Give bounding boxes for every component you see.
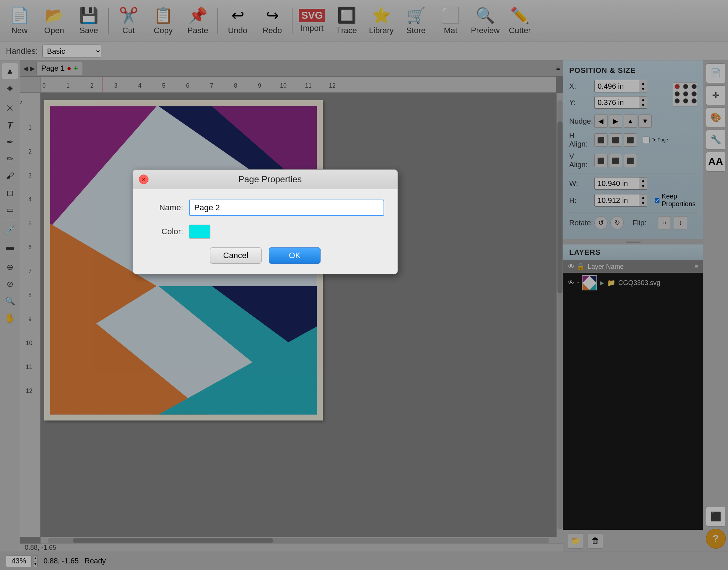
anchor-tr[interactable] [692,84,697,89]
rectangle-tool[interactable]: ▭ [2,202,18,218]
nudge-down[interactable]: ▼ [638,115,652,128]
anchor-br[interactable] [692,98,697,103]
redo-button[interactable]: ↪ Redo [256,3,289,39]
page-1-tab[interactable]: Page 1 ● + [36,62,83,75]
page-tab-close[interactable]: ● [67,64,71,73]
keep-proportions-checkbox[interactable] [655,198,659,203]
nudge-up[interactable]: ▲ [624,115,637,128]
tab-scroll-right[interactable]: ▶ [30,64,35,73]
anchor-ml[interactable] [675,91,680,96]
knife-tool[interactable]: ⚔ [2,101,18,116]
text-tool[interactable]: T [2,117,18,133]
help-far-btn[interactable]: ? [706,529,726,549]
pencil-tool[interactable]: ✏ [2,151,18,167]
eyedropper-tool[interactable]: 💉 [2,222,18,238]
y-down[interactable]: ▼ [639,102,647,108]
modal-close-button[interactable]: ✕ [139,175,148,184]
anchor-mm[interactable] [683,91,688,96]
w-up[interactable]: ▲ [639,177,647,183]
w-input[interactable] [595,178,639,189]
layer-row[interactable]: 👁 • ▶ 📁 CGQ3303.svg [563,273,703,293]
x-up[interactable]: ▲ [639,80,647,86]
modal-ok-button[interactable]: OK [269,247,321,264]
rotate-ccw[interactable]: ↺ [594,216,608,229]
h-align-right[interactable]: ⬛ [624,133,637,147]
fill-tool[interactable]: ▬ [2,239,18,255]
contour-tool[interactable]: ⊘ [2,277,18,292]
w-down[interactable]: ▼ [639,183,647,189]
zoom-up[interactable]: ▲ [33,555,38,561]
pan-tool[interactable]: ✋ [2,310,18,326]
weld-tool[interactable]: ⊕ [2,260,18,275]
library-button[interactable]: ⭐ Library [365,3,398,39]
anchor-mr[interactable] [692,91,697,96]
vertical-scrollbar[interactable] [556,93,563,537]
layers-menu-icon[interactable]: ≡ [694,263,699,271]
settings-far-btn[interactable]: 🔧 [706,130,726,149]
zoom-down[interactable]: ▼ [33,561,38,567]
select-tool[interactable]: ▲ [2,63,18,79]
copy-button[interactable]: 📋 Copy [147,3,180,39]
layer-visible-icon[interactable]: 👁 [568,279,574,287]
anchor-bm[interactable] [683,98,688,103]
h-up[interactable]: ▲ [639,194,647,200]
draw-tool[interactable]: ✒ [2,134,18,150]
to-page-checkbox[interactable] [643,137,650,143]
store-button[interactable]: 🛒 Store [399,3,433,39]
canvas-viewport[interactable] [41,93,556,537]
anchor-tm[interactable] [683,84,688,89]
canvas-scroll[interactable]: 0 1 2 3 4 5 6 7 8 9 10 11 12 [20,77,563,543]
h-align-center[interactable]: ⬛ [609,133,622,147]
rotate-cw[interactable]: ↻ [610,216,624,229]
modal-name-input[interactable] [189,200,384,216]
panel-divider[interactable] [563,239,703,244]
v-align-middle[interactable]: ⬛ [609,154,622,167]
eraser-tool[interactable]: ◻ [2,185,18,201]
layers-far-btn[interactable]: ⬛ [706,507,726,527]
new-page-far-btn[interactable]: 📄 [706,63,726,83]
modal-cancel-button[interactable]: Cancel [210,247,262,264]
cutter-button[interactable]: ✏️ Cutter [503,3,536,39]
preview-button[interactable]: 🔍 Preview [469,3,502,39]
x-input[interactable] [595,81,639,92]
anchor-grid[interactable] [673,82,697,106]
nudge-right[interactable]: ▶ [609,115,622,128]
y-input[interactable] [595,97,639,108]
zoom-input[interactable] [6,555,32,567]
anchor-bl[interactable] [675,98,680,103]
anchor-tl[interactable] [675,84,680,89]
h-input[interactable] [595,195,639,206]
add-layer-button[interactable]: 📁 [568,533,583,549]
h-down[interactable]: ▼ [639,200,647,206]
v-align-top[interactable]: ⬛ [594,154,608,167]
mat-button[interactable]: ⬜ Mat [434,3,467,39]
node-tool[interactable]: ◈ [2,80,18,96]
font-far-btn[interactable]: AA [706,152,726,172]
import-button[interactable]: SVG Import [295,3,329,39]
v-align-bottom[interactable]: ⬛ [624,154,637,167]
brush-tool[interactable]: 🖌 [2,168,18,184]
palette-far-btn[interactable]: 🎨 [706,108,726,127]
save-button[interactable]: 💾 Save [72,3,105,39]
new-button[interactable]: 📄 New [3,3,36,39]
modal-color-swatch[interactable] [189,225,210,239]
delete-layer-button[interactable]: 🗑 [588,533,603,549]
layer-expand-icon[interactable]: ▶ [600,280,604,286]
canvas-collapse-btn[interactable]: ≡ [556,64,560,72]
open-button[interactable]: 📂 Open [38,3,71,39]
nudge-left[interactable]: ◀ [594,115,608,128]
h-align-left[interactable]: ⬛ [594,133,608,147]
cut-button[interactable]: ✂️ Cut [112,3,145,39]
page-tab-add[interactable]: + [73,64,78,73]
flip-v[interactable]: ↕ [674,216,687,229]
handles-select[interactable]: Basic Advanced None [42,45,101,58]
y-up[interactable]: ▲ [639,96,647,102]
horizontal-scrollbar[interactable] [41,537,556,543]
tab-scroll-left[interactable]: ◀ [23,64,28,73]
flip-h[interactable]: ↔ [658,216,671,229]
trace-button[interactable]: 🔲 Trace [330,3,363,39]
move-far-btn[interactable]: ✛ [706,85,726,105]
undo-button[interactable]: ↩ Undo [221,3,254,39]
zoom-tool[interactable]: 🔍 [2,293,18,309]
x-down[interactable]: ▼ [639,86,647,92]
